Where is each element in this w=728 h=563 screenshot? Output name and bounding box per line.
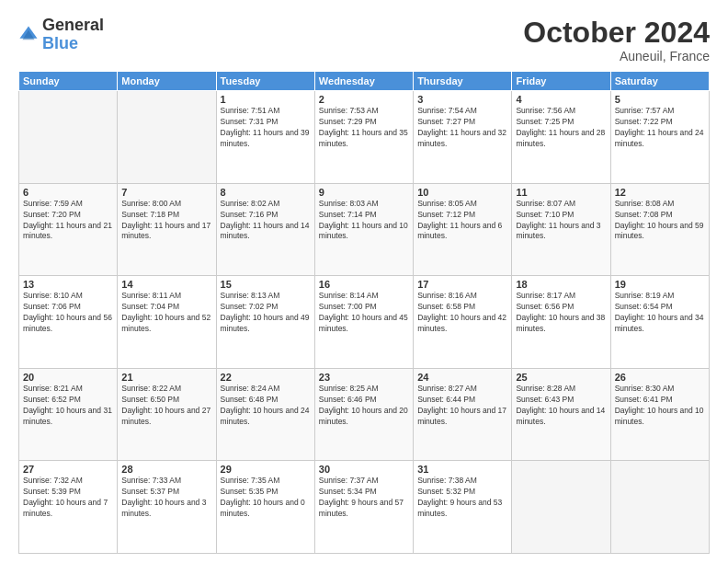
day-info: Sunrise: 8:10 AMSunset: 7:06 PMDaylight:… — [23, 291, 113, 335]
title-area: October 2024 Auneuil, France — [523, 17, 710, 63]
day-info: Sunrise: 7:38 AMSunset: 5:32 PMDaylight:… — [417, 476, 507, 520]
day-info: Sunrise: 8:14 AMSunset: 7:00 PMDaylight:… — [319, 291, 409, 335]
calendar-cell: 19Sunrise: 8:19 AMSunset: 6:54 PMDayligh… — [610, 276, 709, 369]
day-info: Sunrise: 8:24 AMSunset: 6:48 PMDaylight:… — [221, 384, 311, 428]
logo-general: General — [42, 17, 104, 35]
month-title: October 2024 — [523, 17, 710, 49]
calendar-cell: 14Sunrise: 8:11 AMSunset: 7:04 PMDayligh… — [118, 276, 216, 369]
day-number: 26 — [615, 372, 705, 383]
calendar-cell: 13Sunrise: 8:10 AMSunset: 7:06 PMDayligh… — [19, 276, 118, 369]
day-number: 19 — [615, 279, 705, 290]
calendar-cell — [610, 461, 709, 554]
calendar-cell: 30Sunrise: 7:37 AMSunset: 5:34 PMDayligh… — [314, 461, 413, 554]
day-number: 1 — [221, 94, 311, 105]
day-info: Sunrise: 7:37 AMSunset: 5:34 PMDaylight:… — [319, 476, 409, 520]
day-info: Sunrise: 7:32 AMSunset: 5:39 PMDaylight:… — [23, 476, 113, 520]
calendar-cell: 28Sunrise: 7:33 AMSunset: 5:37 PMDayligh… — [118, 461, 216, 554]
calendar-cell: 24Sunrise: 8:27 AMSunset: 6:44 PMDayligh… — [414, 368, 512, 461]
day-number: 12 — [615, 187, 705, 198]
day-number: 6 — [23, 187, 113, 198]
day-header-thursday: Thursday — [414, 72, 512, 91]
calendar-week-row: 13Sunrise: 8:10 AMSunset: 7:06 PMDayligh… — [19, 276, 710, 369]
day-info: Sunrise: 7:53 AMSunset: 7:29 PMDaylight:… — [319, 106, 409, 150]
calendar-cell: 9Sunrise: 8:03 AMSunset: 7:14 PMDaylight… — [314, 183, 413, 276]
day-info: Sunrise: 8:21 AMSunset: 6:52 PMDaylight:… — [23, 384, 113, 428]
day-number: 18 — [516, 279, 606, 290]
day-number: 31 — [417, 464, 507, 475]
day-info: Sunrise: 8:16 AMSunset: 6:58 PMDaylight:… — [417, 291, 507, 335]
day-number: 27 — [23, 464, 113, 475]
calendar-cell: 15Sunrise: 8:13 AMSunset: 7:02 PMDayligh… — [216, 276, 314, 369]
day-number: 4 — [516, 94, 606, 105]
calendar-cell: 3Sunrise: 7:54 AMSunset: 7:27 PMDaylight… — [414, 91, 512, 184]
day-number: 29 — [221, 464, 311, 475]
calendar-header-row: SundayMondayTuesdayWednesdayThursdayFrid… — [19, 72, 710, 91]
day-info: Sunrise: 8:08 AMSunset: 7:08 PMDaylight:… — [615, 199, 705, 243]
day-info: Sunrise: 8:28 AMSunset: 6:43 PMDaylight:… — [516, 384, 606, 428]
day-number: 21 — [121, 372, 211, 383]
day-number: 10 — [417, 187, 507, 198]
calendar-week-row: 20Sunrise: 8:21 AMSunset: 6:52 PMDayligh… — [19, 368, 710, 461]
calendar-cell: 17Sunrise: 8:16 AMSunset: 6:58 PMDayligh… — [414, 276, 512, 369]
day-info: Sunrise: 7:33 AMSunset: 5:37 PMDaylight:… — [121, 476, 211, 520]
calendar-cell: 1Sunrise: 7:51 AMSunset: 7:31 PMDaylight… — [216, 91, 314, 184]
day-number: 17 — [417, 279, 507, 290]
logo-blue: Blue — [42, 35, 104, 53]
day-number: 20 — [23, 372, 113, 383]
calendar-cell: 25Sunrise: 8:28 AMSunset: 6:43 PMDayligh… — [512, 368, 610, 461]
day-info: Sunrise: 8:17 AMSunset: 6:56 PMDaylight:… — [516, 291, 606, 335]
calendar-week-row: 1Sunrise: 7:51 AMSunset: 7:31 PMDaylight… — [19, 91, 710, 184]
calendar-cell: 5Sunrise: 7:57 AMSunset: 7:22 PMDaylight… — [610, 91, 709, 184]
day-info: Sunrise: 8:30 AMSunset: 6:41 PMDaylight:… — [615, 384, 705, 428]
day-number: 25 — [516, 372, 606, 383]
day-header-sunday: Sunday — [19, 72, 118, 91]
day-info: Sunrise: 8:13 AMSunset: 7:02 PMDaylight:… — [221, 291, 311, 335]
day-header-friday: Friday — [512, 72, 610, 91]
day-number: 8 — [221, 187, 311, 198]
logo-icon — [18, 25, 39, 45]
day-info: Sunrise: 8:03 AMSunset: 7:14 PMDaylight:… — [319, 199, 409, 243]
day-info: Sunrise: 7:57 AMSunset: 7:22 PMDaylight:… — [615, 106, 705, 150]
calendar-cell: 26Sunrise: 8:30 AMSunset: 6:41 PMDayligh… — [610, 368, 709, 461]
day-info: Sunrise: 7:54 AMSunset: 7:27 PMDaylight:… — [417, 106, 507, 150]
day-number: 24 — [417, 372, 507, 383]
calendar-cell: 2Sunrise: 7:53 AMSunset: 7:29 PMDaylight… — [314, 91, 413, 184]
calendar-cell: 16Sunrise: 8:14 AMSunset: 7:00 PMDayligh… — [314, 276, 413, 369]
day-number: 14 — [121, 279, 211, 290]
day-header-saturday: Saturday — [610, 72, 709, 91]
calendar-cell: 12Sunrise: 8:08 AMSunset: 7:08 PMDayligh… — [610, 183, 709, 276]
day-number: 30 — [319, 464, 409, 475]
day-info: Sunrise: 8:11 AMSunset: 7:04 PMDaylight:… — [121, 291, 211, 335]
logo-area: General Blue — [18, 17, 104, 53]
calendar-cell — [512, 461, 610, 554]
calendar-cell: 27Sunrise: 7:32 AMSunset: 5:39 PMDayligh… — [19, 461, 118, 554]
logo-text: General Blue — [42, 17, 104, 53]
calendar-week-row: 6Sunrise: 7:59 AMSunset: 7:20 PMDaylight… — [19, 183, 710, 276]
day-number: 2 — [319, 94, 409, 105]
calendar-cell — [118, 91, 216, 184]
calendar-week-row: 27Sunrise: 7:32 AMSunset: 5:39 PMDayligh… — [19, 461, 710, 554]
day-info: Sunrise: 7:35 AMSunset: 5:35 PMDaylight:… — [221, 476, 311, 520]
page: General Blue October 2024 Auneuil, Franc… — [0, 0, 728, 563]
calendar-cell: 31Sunrise: 7:38 AMSunset: 5:32 PMDayligh… — [414, 461, 512, 554]
calendar-cell — [19, 91, 118, 184]
day-info: Sunrise: 8:00 AMSunset: 7:18 PMDaylight:… — [121, 199, 211, 243]
calendar-cell: 21Sunrise: 8:22 AMSunset: 6:50 PMDayligh… — [118, 368, 216, 461]
day-number: 3 — [417, 94, 507, 105]
calendar-cell: 23Sunrise: 8:25 AMSunset: 6:46 PMDayligh… — [314, 368, 413, 461]
day-number: 11 — [516, 187, 606, 198]
day-number: 28 — [121, 464, 211, 475]
calendar-cell: 22Sunrise: 8:24 AMSunset: 6:48 PMDayligh… — [216, 368, 314, 461]
day-info: Sunrise: 8:25 AMSunset: 6:46 PMDaylight:… — [319, 384, 409, 428]
day-info: Sunrise: 8:05 AMSunset: 7:12 PMDaylight:… — [417, 199, 507, 243]
day-number: 22 — [221, 372, 311, 383]
calendar-cell: 7Sunrise: 8:00 AMSunset: 7:18 PMDaylight… — [118, 183, 216, 276]
calendar-cell: 18Sunrise: 8:17 AMSunset: 6:56 PMDayligh… — [512, 276, 610, 369]
day-info: Sunrise: 8:07 AMSunset: 7:10 PMDaylight:… — [516, 199, 606, 243]
calendar-table: SundayMondayTuesdayWednesdayThursdayFrid… — [18, 71, 710, 554]
calendar-cell: 29Sunrise: 7:35 AMSunset: 5:35 PMDayligh… — [216, 461, 314, 554]
day-header-wednesday: Wednesday — [314, 72, 413, 91]
location: Auneuil, France — [523, 49, 710, 63]
day-number: 15 — [221, 279, 311, 290]
day-info: Sunrise: 8:22 AMSunset: 6:50 PMDaylight:… — [121, 384, 211, 428]
